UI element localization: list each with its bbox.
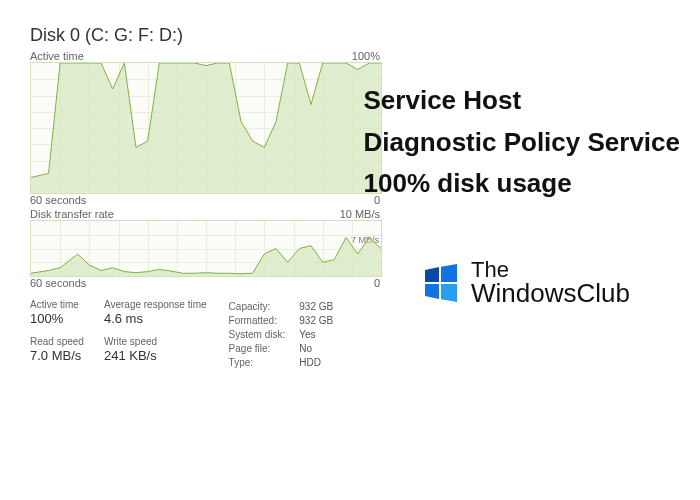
stat-write-speed: Write speed 241 KB/s bbox=[104, 336, 207, 363]
svg-marker-0 bbox=[31, 63, 381, 193]
stat-active-time: Active time 100% bbox=[30, 299, 84, 326]
transfer-zero: 0 bbox=[374, 277, 380, 289]
table-row: System disk:Yes bbox=[229, 329, 346, 341]
transfer-label: Disk transfer rate bbox=[30, 208, 114, 220]
stat-value: 100% bbox=[30, 311, 84, 326]
stat-avg-response: Average response time 4.6 ms bbox=[104, 299, 207, 326]
svg-marker-2 bbox=[425, 267, 439, 282]
active-time-max-label: 100% bbox=[352, 50, 380, 62]
overlay-line-3: 100% disk usage bbox=[364, 163, 680, 205]
logo-icon bbox=[419, 262, 461, 304]
transfer-x-label: 60 seconds bbox=[30, 277, 86, 289]
disk-info-table: Capacity:932 GB Formatted:932 GB System … bbox=[227, 299, 348, 371]
stat-label: Read speed bbox=[30, 336, 84, 347]
stats-row: Active time 100% Read speed 7.0 MB/s Ave… bbox=[30, 299, 700, 371]
svg-marker-5 bbox=[441, 284, 457, 302]
table-row: Type:HDD bbox=[229, 357, 346, 369]
active-time-chart bbox=[30, 62, 382, 194]
overlay-line-1: Service Host bbox=[364, 80, 680, 122]
transfer-max-label: 10 MB/s bbox=[340, 208, 380, 220]
page-title: Disk 0 (C: G: F: D:) bbox=[30, 25, 700, 46]
logo-name: WindowsClub bbox=[471, 281, 630, 306]
svg-marker-1 bbox=[31, 238, 381, 277]
svg-marker-3 bbox=[441, 264, 457, 282]
overlay-line-2: Diagnostic Policy Service bbox=[364, 122, 680, 164]
table-row: Formatted:932 GB bbox=[229, 315, 346, 327]
brand-logo: The WindowsClub bbox=[419, 260, 630, 306]
svg-marker-4 bbox=[425, 284, 439, 299]
table-row: Capacity:932 GB bbox=[229, 301, 346, 313]
stat-label: Write speed bbox=[104, 336, 207, 347]
stat-label: Average response time bbox=[104, 299, 207, 310]
stat-label: Active time bbox=[30, 299, 84, 310]
stat-value: 4.6 ms bbox=[104, 311, 207, 326]
logo-text: The WindowsClub bbox=[471, 260, 630, 306]
active-time-x-label: 60 seconds bbox=[30, 194, 86, 206]
transfer-chart: 7 MB/s bbox=[30, 220, 382, 277]
stat-read-speed: Read speed 7.0 MB/s bbox=[30, 336, 84, 363]
table-row: Page file:No bbox=[229, 343, 346, 355]
stat-value: 241 KB/s bbox=[104, 348, 207, 363]
stat-value: 7.0 MB/s bbox=[30, 348, 84, 363]
active-time-label: Active time bbox=[30, 50, 84, 62]
overlay-text: Service Host Diagnostic Policy Service 1… bbox=[364, 80, 680, 205]
